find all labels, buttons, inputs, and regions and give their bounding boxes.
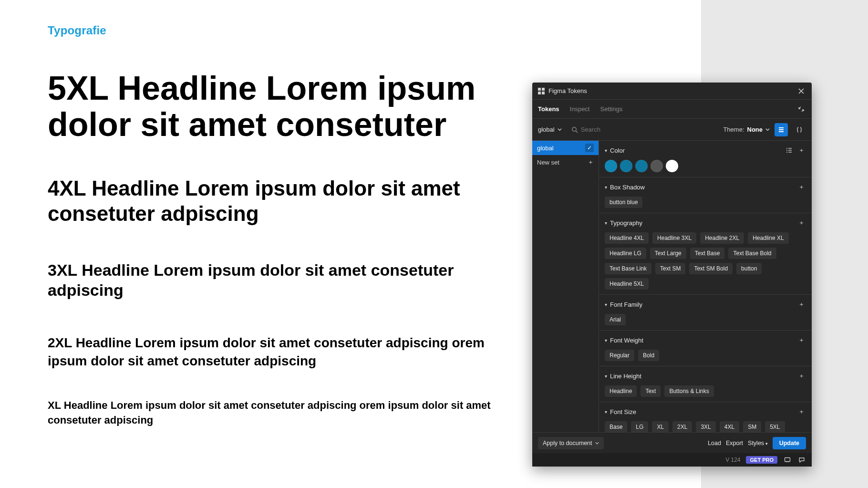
svg-point-1 xyxy=(786,148,787,149)
token-chip[interactable]: button xyxy=(736,263,762,274)
token-chip[interactable]: Headline 3XL xyxy=(652,232,696,244)
svg-point-3 xyxy=(786,152,787,153)
caret-down-icon[interactable]: ▾ xyxy=(605,374,607,379)
group-title: Box Shadow xyxy=(610,184,645,191)
tab-inspect[interactable]: Inspect xyxy=(570,105,590,113)
add-token-icon[interactable]: ＋ xyxy=(796,300,806,309)
checkbox-checked-icon[interactable]: ✓ xyxy=(585,144,594,152)
token-chip[interactable]: Headline 5XL xyxy=(605,278,649,290)
group-title: Font Weight xyxy=(610,337,643,344)
headline-2xl: 2XL Headline Lorem ipsum dolor sit amet … xyxy=(48,334,525,370)
caret-down-icon[interactable]: ▾ xyxy=(605,302,607,307)
token-chip[interactable]: 2XL xyxy=(672,421,692,432)
group-font-size: ▾ Font Size ＋ BaseLGXL2XL3XL4XLSM5XL xyxy=(599,402,812,432)
token-chip[interactable]: Headline 2XL xyxy=(700,232,744,244)
list-mode-icon[interactable] xyxy=(784,145,794,155)
chat-icon[interactable] xyxy=(797,456,806,464)
apply-to-document-button[interactable]: Apply to document xyxy=(538,437,604,449)
theme-value: None xyxy=(747,126,763,133)
caret-down-icon[interactable]: ▾ xyxy=(605,220,607,226)
token-chip[interactable]: XL xyxy=(652,421,669,432)
color-swatch[interactable] xyxy=(605,160,617,172)
figma-tokens-panel: Figma Tokens Tokens Inspect Settings glo… xyxy=(532,83,812,467)
color-swatch[interactable] xyxy=(666,160,678,172)
token-chip[interactable]: Headline XL xyxy=(748,232,788,244)
add-token-icon[interactable]: ＋ xyxy=(796,145,806,155)
theme-selector[interactable]: Theme: None xyxy=(723,126,770,133)
add-token-icon[interactable]: ＋ xyxy=(796,407,806,416)
panel-titlebar[interactable]: Figma Tokens xyxy=(532,83,812,100)
token-chip[interactable]: Arial xyxy=(605,314,626,325)
tab-tokens[interactable]: Tokens xyxy=(538,105,559,113)
headline-4xl: 4XL Headline Lorem ipsum dolor sit amet … xyxy=(48,176,525,227)
group-title: Typography xyxy=(610,219,642,227)
chevron-down-icon xyxy=(558,127,562,132)
token-chip[interactable]: Text SM Bold xyxy=(689,263,733,274)
token-chip[interactable]: Text Base Link xyxy=(605,263,651,274)
export-button[interactable]: Export xyxy=(726,440,743,446)
token-chip[interactable]: button blue xyxy=(605,197,642,208)
styles-button[interactable]: Styles xyxy=(748,440,768,446)
feedback-icon[interactable] xyxy=(783,456,792,464)
token-chip[interactable]: 3XL xyxy=(696,421,715,432)
collapse-icon[interactable] xyxy=(796,104,806,114)
panel-toolbar: global Theme: None xyxy=(532,119,812,141)
token-chip[interactable]: 4XL xyxy=(720,421,739,432)
svg-point-0 xyxy=(572,127,576,131)
new-set-button[interactable]: New set ＋ xyxy=(532,155,599,169)
get-pro-button[interactable]: GET PRO xyxy=(746,456,777,464)
json-view-button[interactable] xyxy=(793,123,806,136)
svg-point-2 xyxy=(786,150,787,151)
group-font-weight: ▾ Font Weight ＋ RegularBold xyxy=(599,331,812,366)
group-font-family: ▾ Font Family ＋ Arial xyxy=(599,295,812,331)
token-sets-sidebar: global ✓ New set ＋ xyxy=(532,141,599,432)
token-chip[interactable]: 5XL xyxy=(765,421,785,432)
new-set-label: New set xyxy=(537,159,559,166)
chevron-down-icon xyxy=(765,127,770,132)
token-chip[interactable]: Headline 4XL xyxy=(605,232,649,244)
color-swatch[interactable] xyxy=(635,160,648,172)
caret-down-icon[interactable]: ▾ xyxy=(605,409,607,415)
panel-title: Figma Tokens xyxy=(548,87,587,94)
add-token-icon[interactable]: ＋ xyxy=(796,371,806,381)
color-swatch[interactable] xyxy=(651,160,663,172)
plus-icon: ＋ xyxy=(588,158,594,166)
token-chip[interactable]: Text Base Bold xyxy=(728,248,776,259)
close-icon[interactable] xyxy=(796,86,806,96)
theme-label: Theme: xyxy=(723,126,744,133)
caret-down-icon xyxy=(595,441,599,445)
token-set-global[interactable]: global ✓ xyxy=(532,141,599,155)
token-chip[interactable]: Text Large xyxy=(650,248,686,259)
add-token-icon[interactable]: ＋ xyxy=(796,335,806,345)
caret-down-icon[interactable]: ▾ xyxy=(605,185,607,190)
tab-settings[interactable]: Settings xyxy=(600,105,622,113)
token-chip[interactable]: LG xyxy=(631,421,648,432)
color-swatch[interactable] xyxy=(620,160,632,172)
svg-rect-4 xyxy=(785,458,790,462)
caret-down-icon[interactable]: ▾ xyxy=(605,148,607,153)
add-token-icon[interactable]: ＋ xyxy=(796,182,806,192)
load-button[interactable]: Load xyxy=(708,440,721,446)
update-button[interactable]: Update xyxy=(773,437,806,449)
token-chip[interactable]: Buttons & Links xyxy=(664,385,713,397)
search-field[interactable] xyxy=(571,126,633,133)
token-chip[interactable]: Bold xyxy=(638,350,659,361)
token-groups: ▾ Color ＋ ▾ Box Shadow ＋ but xyxy=(599,141,812,432)
token-chip[interactable]: Base xyxy=(605,421,627,432)
token-chip[interactable]: SM xyxy=(743,421,761,432)
search-input[interactable] xyxy=(581,126,633,133)
token-set-label: global xyxy=(537,145,554,152)
panel-tabs: Tokens Inspect Settings xyxy=(532,100,812,119)
token-chip[interactable]: Headline LG xyxy=(605,248,646,259)
list-view-button[interactable] xyxy=(775,123,788,136)
token-chip[interactable]: Text SM xyxy=(655,263,685,274)
token-chip[interactable]: Text Base xyxy=(690,248,725,259)
group-typography: ▾ Typography ＋ Headline 4XLHeadline 3XLH… xyxy=(599,213,812,295)
token-chip[interactable]: Text xyxy=(641,385,661,397)
caret-down-icon[interactable]: ▾ xyxy=(605,338,607,343)
scope-dropdown[interactable]: global xyxy=(538,126,562,133)
panel-footer: Apply to document Load Export Styles Upd… xyxy=(532,432,812,453)
add-token-icon[interactable]: ＋ xyxy=(796,218,806,228)
token-chip[interactable]: Regular xyxy=(605,350,634,361)
token-chip[interactable]: Headline xyxy=(605,385,637,397)
